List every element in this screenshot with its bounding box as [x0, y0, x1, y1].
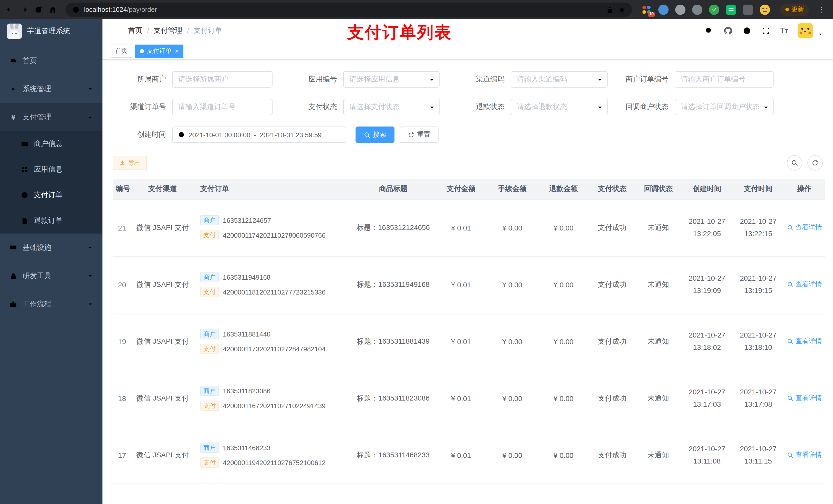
placeholder-text: 请输入商户订单编号 [681, 75, 745, 84]
placeholder-text: 请输入渠道编码 [517, 75, 567, 84]
table-row: 19 微信 JSAPI 支付 商户1635311881440 支付4200001… [113, 313, 825, 370]
cell-order: 商户1635311949168 支付4200001181202110277723… [192, 256, 351, 313]
help-icon[interactable] [742, 26, 751, 35]
tab-home[interactable]: 首页 [111, 44, 132, 57]
filter-label: 创建时间 [113, 130, 172, 139]
browser-forward-icon[interactable] [20, 5, 29, 14]
monitor-icon [9, 243, 18, 252]
merchant-tag: 商户 [200, 272, 219, 282]
chevron-down-icon [596, 104, 603, 111]
sidebar-item-merchant-info[interactable]: 商户信息 [0, 131, 102, 157]
placeholder-text: 请选择所属商户 [178, 75, 229, 84]
pay-no: 4200001167202110271022491439 [223, 402, 326, 409]
view-detail-link[interactable]: 查看详情 [787, 337, 822, 346]
sidebar-item-dev-tools[interactable]: 研发工具 [0, 262, 102, 290]
address-bar[interactable]: localhost:1024/pay/order [66, 2, 632, 17]
view-detail-link[interactable]: 查看详情 [787, 223, 822, 232]
cell-create-time [681, 483, 733, 504]
sidebar-item-label: 首页 [23, 56, 37, 65]
extension-check-icon[interactable] [709, 4, 719, 15]
cell-status [589, 483, 635, 504]
extension-emoji-icon[interactable] [760, 4, 770, 15]
cell-title: 标题：1635311823086 [351, 370, 435, 427]
table-row: 商户1635311357986 [113, 483, 825, 504]
refund-status-select[interactable]: 请选择退款状态 [511, 99, 608, 115]
bookmark-star-icon[interactable] [618, 5, 626, 14]
view-detail-link[interactable]: 查看详情 [787, 451, 822, 460]
sidebar-item-pay-order[interactable]: 支付订单 [0, 182, 102, 208]
table-header-row: 编号 支付渠道 支付订单 商品标题 支付金额 手续金额 退款金额 支付状态 回调… [113, 179, 825, 199]
gear-icon [9, 85, 18, 93]
channel-code-select[interactable]: 请输入渠道编码 [511, 71, 608, 88]
extension-green-book-icon[interactable] [726, 4, 736, 15]
export-button[interactable]: 导出 [113, 156, 147, 170]
tab-pay-order[interactable]: 支付订单 × [135, 44, 183, 57]
avatar[interactable] [798, 23, 813, 39]
cell-channel: 微信 JSAPI 支付 [133, 313, 192, 370]
placeholder-text: 请选择支付状态 [349, 102, 400, 112]
placeholder-text: 请选择订单回调商户状态 [681, 102, 759, 112]
download-icon [119, 160, 125, 166]
cell-refund: ¥ 0.00 [538, 370, 589, 427]
view-detail-link[interactable]: 查看详情 [787, 393, 822, 403]
hamburger-icon[interactable] [111, 26, 121, 36]
pay-no: 4200001174202110278060590766 [223, 231, 326, 239]
fullscreen-icon[interactable] [761, 26, 770, 35]
search-icon[interactable] [704, 26, 713, 35]
cell-pay-time: 2021-10-2713:17:08 [733, 370, 784, 427]
target-icon [21, 191, 29, 199]
cell-create-time: 2021-10-2713:18:02 [681, 313, 733, 370]
extension-drop-icon[interactable] [658, 4, 669, 15]
browser-home-icon[interactable] [48, 5, 57, 14]
view-detail-link[interactable]: 查看详情 [787, 280, 822, 289]
cell-amount [435, 483, 487, 504]
cell-notify: 未通知 [635, 199, 681, 256]
extension-dark-icon[interactable] [743, 4, 753, 15]
browser-back-icon[interactable] [5, 5, 14, 14]
github-icon[interactable] [723, 26, 732, 35]
site-info-icon[interactable] [72, 5, 80, 14]
channel-order-no-input[interactable]: 请输入渠道订单号 [172, 99, 272, 115]
extension-gray-icon[interactable] [675, 4, 686, 15]
sidebar-item-home[interactable]: 首页 [0, 47, 102, 75]
extension-colordots-icon[interactable]: 10 [641, 4, 652, 15]
toggle-search-button[interactable] [787, 155, 802, 171]
sidebar-item-system[interactable]: 系统管理 [0, 75, 102, 103]
breadcrumb-home[interactable]: 首页 [128, 26, 142, 35]
cell-actions: 查看详情 [784, 199, 825, 256]
create-time-range-picker[interactable]: 2021-10-01 00:00:00 - 2021-10-31 23:59:5… [172, 126, 346, 143]
merchant-select[interactable]: 请选择所属商户 [172, 71, 272, 88]
font-size-icon[interactable]: TT [780, 26, 788, 36]
app-id-select[interactable]: 请选择应用信息 [343, 71, 439, 88]
close-icon[interactable]: × [175, 48, 178, 54]
clock-icon [178, 131, 185, 138]
pay-no: 4200001173202110272847982104 [223, 345, 326, 353]
extension-gray2-icon[interactable] [692, 4, 703, 15]
cell-create-time: 2021-10-2713:17:03 [681, 370, 733, 427]
share-icon[interactable] [605, 5, 614, 14]
browser-update-button[interactable]: 更新 [780, 3, 809, 16]
callback-status-select[interactable]: 请选择订单回调商户状态 [675, 99, 774, 115]
sidebar-item-payment[interactable]: ¥ 支付管理 [0, 103, 102, 131]
merchant-order-no-input[interactable]: 请输入商户订单编号 [675, 71, 774, 88]
sidebar-item-label: 工作流程 [23, 299, 51, 309]
cell-channel: 微信 JSAPI 支付 [133, 370, 192, 427]
sidebar-item-workflow[interactable]: 工作流程 [0, 290, 102, 318]
pay-tag: 支付 [200, 287, 219, 297]
browser-reload-icon[interactable] [34, 5, 43, 14]
breadcrumb-payment[interactable]: 支付管理 [154, 26, 182, 35]
cell-order: 商户1635311357986 [192, 483, 351, 504]
sidebar-item-infra[interactable]: 基础设施 [0, 234, 102, 262]
reset-button[interactable]: 重置 [400, 126, 438, 143]
cell-refund [538, 483, 589, 504]
avatar-caret-icon[interactable] [818, 32, 823, 37]
cell-title: 标题：1635311881439 [351, 313, 435, 370]
yen-icon: ¥ [9, 113, 18, 121]
pay-status-select[interactable]: 请选择支付状态 [343, 99, 439, 115]
col-amount: 支付金额 [435, 179, 487, 199]
refresh-table-button[interactable] [807, 155, 823, 171]
browser-menu-icon[interactable] [817, 5, 825, 14]
sidebar-item-refund-order[interactable]: 退款订单 [0, 208, 102, 234]
sidebar-item-app-info[interactable]: 应用信息 [0, 157, 102, 182]
search-button[interactable]: 搜索 [356, 126, 395, 143]
